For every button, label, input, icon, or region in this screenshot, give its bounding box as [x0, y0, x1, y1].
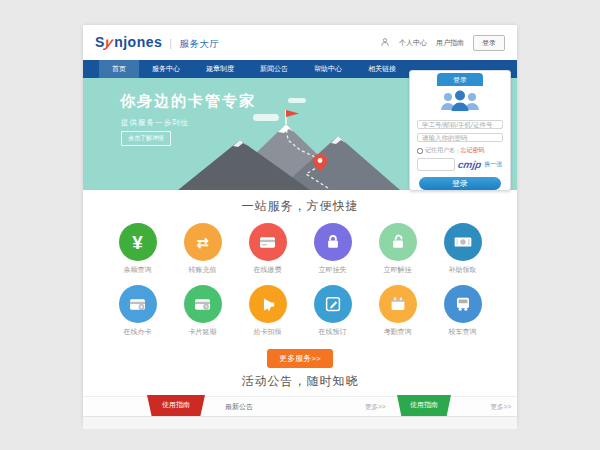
service-label: 卡片延期 [170, 327, 235, 337]
services-section: 一站服务，方便快捷 ¥余额查询⇄转账充值在线缴费立即挂失立即解挂补助领取 在线办… [83, 190, 517, 365]
service-item[interactable]: 拾卡招领 [235, 285, 300, 337]
nav-item-1[interactable]: 服务中心 [139, 60, 193, 78]
remember-checkbox[interactable] [417, 148, 423, 154]
service-label: 考勤查询 [365, 327, 430, 337]
captcha-refresh-link[interactable]: 换一张 [484, 160, 502, 169]
forgot-password-link[interactable]: 忘记密码 [461, 146, 485, 155]
yen-icon: ¥ [119, 223, 157, 261]
banknote-icon [444, 223, 482, 261]
service-item[interactable]: 立即解挂 [365, 223, 430, 275]
hero-subtitle: 提供服务一步到位 [121, 118, 189, 128]
nav-item-0[interactable]: 首页 [99, 60, 139, 78]
captcha-image: cmjp [457, 159, 482, 170]
transfer-icon: ⇄ [184, 223, 222, 261]
service-item[interactable]: 在线预订 [300, 285, 365, 337]
service-item[interactable]: 卡片延期 [170, 285, 235, 337]
lock-icon [314, 223, 352, 261]
more-link-left[interactable]: 更多>> [365, 397, 386, 416]
flag-icon [286, 110, 299, 117]
service-item[interactable]: 立即挂失 [300, 223, 365, 275]
card-plus-icon [119, 285, 157, 323]
announcements-body [83, 417, 517, 429]
nav-item-3[interactable]: 新闻公告 [247, 60, 301, 78]
card-icon [249, 223, 287, 261]
announcements-section: 活动公告，随时知晓 使用指南 最新公告 更多>> 使用指南 更多>> [83, 365, 517, 425]
service-label: 在线预订 [300, 327, 365, 337]
logo-text-rest: njones [114, 34, 162, 50]
login-panel: 登录 记住用户名 | 忘记密码 cmjp 换一张 登录 [409, 70, 511, 191]
remember-label: 记住用户名 [425, 146, 455, 155]
service-label: 拾卡招领 [235, 327, 300, 337]
tab-latest-announcements[interactable]: 最新公告 [225, 397, 253, 416]
card-clock-icon [184, 285, 222, 323]
service-label: 余额查询 [105, 265, 170, 275]
more-services-button[interactable]: 更多服务>> [267, 349, 332, 368]
username-input[interactable] [417, 120, 503, 129]
login-submit-button[interactable]: 登录 [419, 177, 501, 190]
hero-title: 你身边的卡管专家 [120, 92, 256, 111]
service-label: 立即挂失 [300, 265, 365, 275]
nav-item-4[interactable]: 帮助中心 [301, 60, 355, 78]
nav-item-5[interactable]: 相关链接 [355, 60, 409, 78]
service-item[interactable]: 考勤查询 [365, 285, 430, 337]
users-group-icon [438, 89, 482, 116]
unlock-icon [379, 223, 417, 261]
mountain-illustration [178, 102, 408, 190]
captcha-input[interactable] [417, 158, 455, 171]
service-label: 转账充值 [170, 265, 235, 275]
logo-divider: | [169, 38, 172, 49]
services-title: 一站服务，方便快捷 [83, 198, 517, 215]
service-item[interactable]: ⇄转账充值 [170, 223, 235, 275]
service-label: 立即解挂 [365, 265, 430, 275]
logo: Synjones | 服务大厅 [95, 34, 219, 51]
header-login-button[interactable]: 登录 [473, 35, 505, 51]
nav-item-2[interactable]: 规章制度 [193, 60, 247, 78]
services-row-2: 在线办卡卡片延期拾卡招领在线预订考勤查询校车查询 [83, 285, 517, 337]
megaphone-icon [249, 285, 287, 323]
service-item[interactable]: 在线办卡 [105, 285, 170, 337]
service-label: 补助领取 [430, 265, 495, 275]
cloud-decoration [288, 98, 306, 103]
service-label: 在线缴费 [235, 265, 300, 275]
bus-icon [444, 285, 482, 323]
service-item[interactable]: ¥余额查询 [105, 223, 170, 275]
tab-usage-guide-red[interactable]: 使用指南 [147, 395, 205, 416]
link-user-guide[interactable]: 用户指南 [436, 38, 464, 48]
link-personal-center[interactable]: 个人中心 [399, 38, 427, 48]
service-item[interactable]: 在线缴费 [235, 223, 300, 275]
announcements-tabbar: 使用指南 最新公告 更多>> 使用指南 更多>> [83, 396, 517, 417]
tab-usage-guide-green[interactable]: 使用指南 [397, 395, 451, 416]
more-link-right[interactable]: 更多>> [490, 397, 511, 416]
user-icon [380, 37, 390, 48]
login-tab[interactable]: 登录 [437, 73, 483, 86]
edit-icon [314, 285, 352, 323]
cloud-decoration [253, 114, 279, 121]
calendar-icon [379, 285, 417, 323]
hero-cta-button[interactable]: 点击了解详情 [121, 131, 171, 146]
service-item[interactable]: 校车查询 [430, 285, 495, 337]
options-divider: | [457, 148, 459, 154]
password-input[interactable] [417, 133, 503, 142]
page: Synjones | 服务大厅 个人中心 用户指南 登录 首页服务中心规章制度新… [83, 25, 517, 425]
service-item[interactable]: 补助领取 [430, 223, 495, 275]
announcements-title: 活动公告，随时知晓 [83, 373, 517, 390]
service-label: 校车查询 [430, 327, 495, 337]
header: Synjones | 服务大厅 个人中心 用户指南 登录 [83, 25, 517, 60]
service-label: 在线办卡 [105, 327, 170, 337]
logo-suffix: 服务大厅 [179, 38, 219, 51]
services-row-1: ¥余额查询⇄转账充值在线缴费立即挂失立即解挂补助领取 [83, 223, 517, 275]
